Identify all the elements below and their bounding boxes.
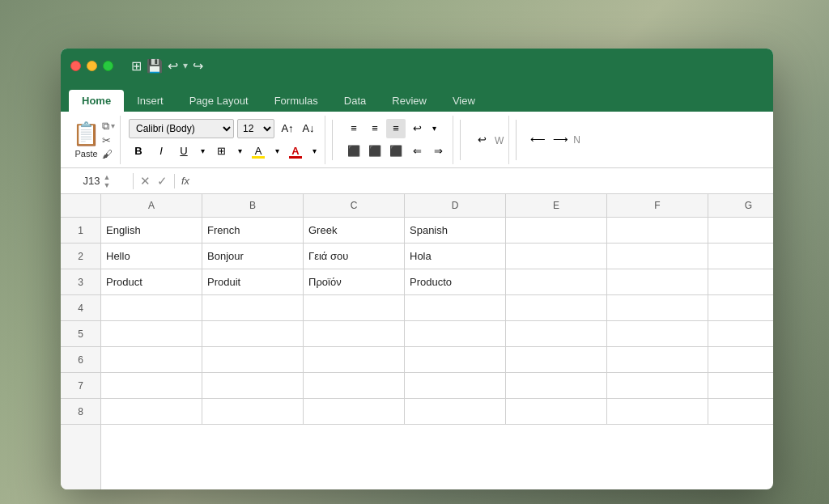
cell-f7[interactable] [607, 373, 708, 398]
cell-c1[interactable]: Greek [304, 218, 405, 243]
tab-view[interactable]: View [440, 90, 488, 112]
cell-f5[interactable] [607, 321, 708, 346]
row-header-3[interactable]: 3 [61, 269, 100, 295]
font-color-button[interactable]: A [286, 142, 305, 161]
cell-b7[interactable] [202, 373, 304, 398]
expand-right-button[interactable]: ⟶ [551, 130, 570, 150]
col-header-f[interactable]: F [607, 194, 708, 217]
cell-ref-stepper[interactable]: ▲ ▼ [104, 173, 111, 189]
cell-a8[interactable] [101, 399, 202, 424]
cell-d7[interactable] [405, 373, 506, 398]
cell-c6[interactable] [304, 347, 405, 372]
font-color-dropdown-button[interactable]: ▾ [308, 142, 320, 161]
undo-icon[interactable]: ↩ [168, 58, 178, 74]
align-center-button[interactable]: ⬛ [365, 142, 385, 161]
align-right-button[interactable]: ⬛ [386, 142, 406, 161]
cell-c5[interactable] [304, 321, 405, 346]
cell-e1[interactable] [506, 218, 607, 243]
cell-f8[interactable] [607, 399, 708, 424]
redo-icon[interactable]: ↪ [193, 58, 203, 74]
cell-b1[interactable]: French [202, 218, 304, 243]
tab-formulas[interactable]: Formulas [261, 90, 331, 112]
align-bottom-button[interactable]: ≡ [386, 119, 406, 138]
cell-d8[interactable] [405, 399, 506, 424]
cell-f4[interactable] [607, 295, 708, 320]
align-middle-button[interactable]: ≡ [365, 119, 385, 138]
cell-g7[interactable] [708, 373, 773, 398]
bold-button[interactable]: B [129, 142, 148, 161]
font-size-select[interactable]: 12 [237, 119, 274, 138]
col-header-b[interactable]: B [202, 194, 304, 217]
tab-review[interactable]: Review [379, 90, 440, 112]
cell-a6[interactable] [101, 347, 202, 372]
cell-d5[interactable] [405, 321, 506, 346]
row-header-6[interactable]: 6 [61, 347, 100, 373]
row-header-1[interactable]: 1 [61, 218, 100, 244]
cut-button[interactable]: ✂ [102, 134, 115, 146]
col-header-g[interactable]: G [708, 194, 773, 217]
cell-e3[interactable] [506, 269, 607, 294]
cell-b2[interactable]: Bonjour [202, 244, 304, 269]
fill-dropdown-button[interactable]: ▾ [271, 142, 283, 161]
tab-page-layout[interactable]: Page Layout [176, 90, 261, 112]
cell-f2[interactable] [607, 244, 708, 269]
cell-b5[interactable] [202, 321, 304, 346]
border-button[interactable]: ⊞ [211, 142, 231, 161]
cell-c8[interactable] [304, 399, 405, 424]
decrease-indent-button[interactable]: ⇐ [407, 142, 427, 161]
cancel-formula-button[interactable]: ✕ [140, 174, 151, 188]
paste-icon[interactable]: 📋 [72, 121, 100, 147]
cell-g2[interactable] [708, 244, 773, 269]
increase-font-size-button[interactable]: A↑ [278, 119, 297, 138]
wrap-dropdown-button[interactable]: ▾ [428, 119, 440, 138]
cell-c3[interactable]: Προϊόν [304, 269, 405, 294]
tab-insert[interactable]: Insert [124, 90, 176, 112]
cell-g6[interactable] [708, 347, 773, 372]
cell-d4[interactable] [405, 295, 506, 320]
cell-e6[interactable] [506, 347, 607, 372]
cell-g8[interactable] [708, 399, 773, 424]
cell-g5[interactable] [708, 321, 773, 346]
undo-toolbar-button[interactable]: ↩ [472, 130, 491, 150]
maximize-button[interactable] [103, 61, 113, 71]
cell-a5[interactable] [101, 321, 202, 346]
cell-d3[interactable]: Producto [405, 269, 506, 294]
cell-b4[interactable] [202, 295, 304, 320]
cell-c2[interactable]: Γειά σου [304, 244, 405, 269]
cell-a2[interactable]: Hello [101, 244, 202, 269]
cell-b6[interactable] [202, 347, 304, 372]
row-header-5[interactable]: 5 [61, 321, 100, 347]
col-header-e[interactable]: E [506, 194, 607, 217]
decrease-font-size-button[interactable]: A↓ [299, 119, 318, 138]
cell-b3[interactable]: Produit [202, 269, 304, 294]
cell-e2[interactable] [506, 244, 607, 269]
cell-f3[interactable] [607, 269, 708, 294]
row-header-2[interactable]: 2 [61, 244, 100, 269]
save-icon[interactable]: 💾 [147, 58, 163, 74]
col-header-d[interactable]: D [405, 194, 506, 217]
cell-g4[interactable] [708, 295, 773, 320]
col-header-a[interactable]: A [101, 194, 202, 217]
cell-c7[interactable] [304, 373, 405, 398]
align-left-button[interactable]: ⬛ [344, 142, 363, 161]
cell-f1[interactable] [607, 218, 708, 243]
cell-d6[interactable] [405, 347, 506, 372]
row-header-8[interactable]: 8 [61, 399, 100, 425]
expand-left-button[interactable]: ⟵ [528, 130, 547, 150]
cell-a3[interactable]: Product [101, 269, 202, 294]
fill-color-button[interactable]: A [249, 142, 268, 161]
underline-dropdown-button[interactable]: ▾ [197, 142, 208, 161]
cell-a1[interactable]: English [101, 218, 202, 243]
cell-g1[interactable] [708, 218, 773, 243]
cell-a7[interactable] [101, 373, 202, 398]
cell-reference-box[interactable]: J13 ▲ ▼ [61, 173, 134, 189]
border-dropdown-button[interactable]: ▾ [234, 142, 245, 161]
italic-button[interactable]: I [151, 142, 171, 161]
cell-e7[interactable] [506, 373, 607, 398]
cell-d1[interactable]: Spanish [405, 218, 506, 243]
cell-c4[interactable] [304, 295, 405, 320]
tab-home[interactable]: Home [69, 90, 124, 112]
cell-g3[interactable] [708, 269, 773, 294]
cell-d2[interactable]: Hola [405, 244, 506, 269]
minimize-button[interactable] [87, 61, 97, 71]
